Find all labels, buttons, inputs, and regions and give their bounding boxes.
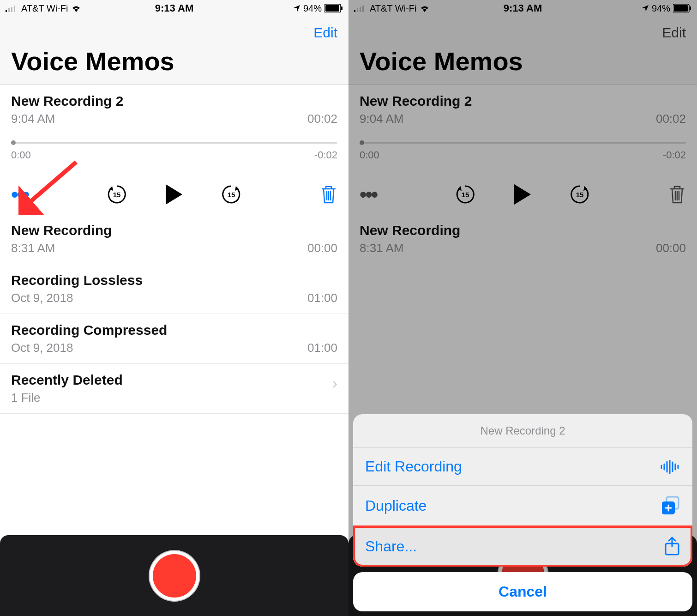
recording-title: New Recording 2 — [360, 93, 686, 109]
recording-title: Recording Compressed — [11, 322, 337, 338]
record-button[interactable] — [150, 551, 199, 601]
action-sheet: New Recording 2 Edit Recording Duplicate… — [348, 410, 697, 616]
sheet-cancel[interactable]: Cancel — [353, 572, 692, 611]
recording-time: 8:31 AM — [11, 241, 55, 255]
recording-duration: 01:00 — [307, 291, 337, 305]
recording-time: Oct 9, 2018 — [11, 291, 73, 305]
edit-button: Edit — [662, 25, 686, 41]
more-icon[interactable]: ••• — [11, 191, 28, 198]
recording-time: 8:31 AM — [360, 241, 403, 255]
navbar: Edit Voice Memos — [348, 17, 697, 85]
clock: 9:13 AM — [348, 2, 697, 14]
status-bar: AT&T Wi-Fi 9:13 AM 94% — [348, 0, 697, 17]
elapsed-label: 0:00 — [360, 149, 379, 161]
share-icon — [664, 536, 680, 556]
play-icon — [512, 183, 533, 205]
scrubber — [360, 142, 686, 146]
skip-back-icon: 15 — [454, 183, 476, 205]
deleted-sub: 1 File — [11, 391, 337, 405]
svg-text:15: 15 — [576, 191, 584, 199]
recording-title: New Recording 2 — [11, 93, 337, 109]
list-item[interactable]: Recording Compressed Oct 9, 2018 01:00 — [0, 314, 348, 364]
recording-time: Oct 9, 2018 — [11, 341, 73, 355]
recently-deleted-row[interactable]: › Recently Deleted 1 File — [0, 364, 348, 414]
sheet-item-label: Duplicate — [365, 497, 427, 514]
sheet-edit-recording[interactable]: Edit Recording — [353, 448, 692, 486]
trash-icon — [668, 184, 686, 205]
sheet-duplicate[interactable]: Duplicate — [353, 486, 692, 526]
recording-title: New Recording — [11, 223, 337, 238]
svg-text:15: 15 — [228, 191, 235, 199]
page-title: Voice Memos — [348, 42, 697, 85]
recording-duration: 00:00 — [656, 241, 686, 255]
remaining-label: -0:02 — [663, 149, 686, 161]
phone-left: AT&T Wi-Fi 9:13 AM 94% Edit Voice Memos … — [0, 0, 348, 616]
status-bar: AT&T Wi-Fi 9:13 AM 94% — [0, 0, 348, 17]
recording-duration: 00:02 — [656, 112, 686, 126]
svg-text:15: 15 — [462, 191, 469, 199]
more-icon: ••• — [360, 191, 377, 198]
recording-title: New Recording — [360, 223, 686, 238]
recordings-list: New Recording 2 9:04 AM 00:02 0:00 -0:02… — [0, 85, 348, 414]
duplicate-icon — [661, 496, 680, 515]
chevron-right-icon: › — [332, 374, 337, 392]
recording-duration: 01:00 — [307, 341, 337, 355]
svg-text:15: 15 — [113, 191, 121, 199]
play-icon[interactable] — [164, 183, 184, 205]
sheet-item-label: Edit Recording — [365, 458, 462, 475]
trash-icon[interactable] — [320, 184, 337, 205]
recording-expanded[interactable]: New Recording 2 9:04 AM 00:02 0:00 -0:02… — [0, 85, 348, 214]
recording-time: 9:04 AM — [360, 112, 403, 126]
recording-duration: 00:00 — [307, 241, 337, 255]
recording-duration: 00:02 — [307, 112, 337, 126]
sheet-title: New Recording 2 — [353, 414, 692, 448]
sheet-share[interactable]: Share... — [353, 526, 692, 567]
recording-expanded: New Recording 2 9:04 AM 00:02 0:00 -0:02… — [348, 85, 697, 214]
scrubber[interactable] — [11, 142, 337, 146]
list-item[interactable]: New Recording 8:31 AM 00:00 — [0, 214, 348, 264]
record-bar — [0, 535, 348, 616]
recordings-list: New Recording 2 9:04 AM 00:02 0:00 -0:02… — [348, 85, 697, 264]
deleted-label: Recently Deleted — [11, 372, 337, 388]
waveform-icon — [660, 460, 680, 474]
clock: 9:13 AM — [0, 2, 348, 14]
phone-right: AT&T Wi-Fi 9:13 AM 94% Edit Voice Memos … — [348, 0, 697, 616]
navbar: Edit Voice Memos — [0, 17, 348, 85]
recording-time: 9:04 AM — [11, 112, 55, 126]
list-item: New Recording 8:31 AM 00:00 — [348, 214, 697, 264]
skip-forward-icon: 15 — [569, 183, 591, 205]
skip-back-icon[interactable]: 15 — [106, 183, 128, 205]
sheet-item-label: Share... — [365, 538, 417, 555]
remaining-label: -0:02 — [314, 149, 337, 161]
list-item[interactable]: Recording Lossless Oct 9, 2018 01:00 — [0, 264, 348, 314]
elapsed-label: 0:00 — [11, 149, 31, 161]
recording-title: Recording Lossless — [11, 272, 337, 288]
page-title: Voice Memos — [0, 42, 348, 85]
skip-forward-icon[interactable]: 15 — [220, 183, 242, 205]
edit-button[interactable]: Edit — [313, 25, 337, 41]
